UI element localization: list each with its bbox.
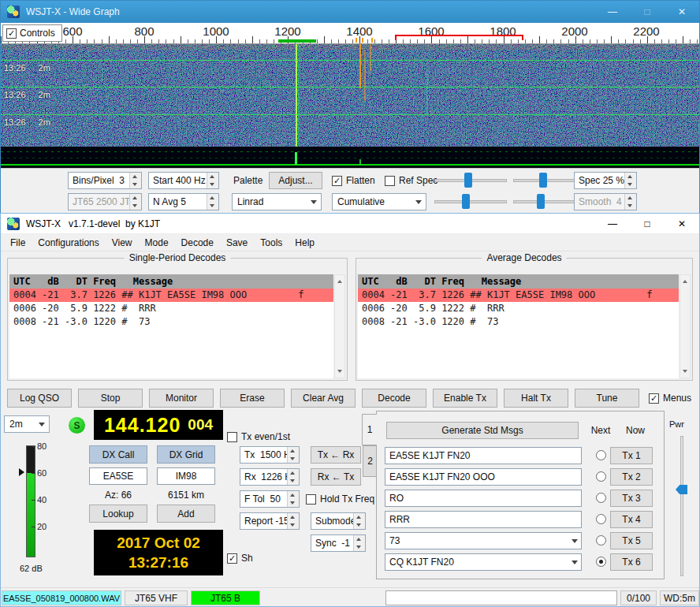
waterfall-display[interactable]: 13:26 2m 13:26 2m 13:26 2m [1, 44, 700, 147]
lookup-button[interactable]: Lookup [89, 505, 147, 523]
gain-slider[interactable] [434, 173, 507, 188]
bins-per-pixel-spinner[interactable]: Bins/Pixel 3 [68, 172, 142, 189]
menu-file[interactable]: File [4, 236, 32, 250]
dx-grid-field[interactable]: IM98 [157, 467, 215, 485]
decode-button[interactable]: Decode [362, 389, 426, 408]
submode-spinner[interactable]: Submode B [311, 512, 366, 530]
message-field-2[interactable]: EA5SE K1JT FN20 OOO [385, 468, 582, 486]
rx-freq-spinner[interactable]: Rx 1226 Hz [240, 468, 300, 486]
spinner-arrows-icon[interactable] [287, 513, 299, 529]
message-field-1[interactable]: EA5SE K1JT FN20 [385, 447, 582, 464]
band-combo[interactable]: 2m [4, 415, 50, 433]
close-icon[interactable]: ✕ [665, 1, 699, 23]
gain2-slider[interactable] [434, 194, 507, 209]
spinner-arrows-icon[interactable] [207, 194, 218, 210]
tx1-button[interactable]: Tx 1 [610, 447, 653, 464]
minimize-icon[interactable]: — [595, 1, 630, 23]
menus-checkbox[interactable]: Menus [649, 392, 691, 404]
dx-call-field[interactable]: EA5SE [89, 467, 147, 485]
dx-grid-button[interactable]: DX Grid [157, 445, 215, 464]
decode-row[interactable]: 0006 -20 5.9 1222 # RRR [9, 302, 333, 315]
scrollbar[interactable] [680, 274, 691, 378]
tx3-button[interactable]: Tx 3 [610, 490, 653, 507]
decode-row[interactable]: 0004 -21 3.7 1226 ## K1JT EA5SE IM98 OOO… [9, 289, 333, 302]
adjust-palette-button[interactable]: Adjust... [269, 172, 322, 189]
controls-checkbox[interactable]: Controls [2, 24, 62, 42]
tx2-button[interactable]: Tx 2 [610, 468, 653, 486]
jt65-jt9-split-spinner[interactable]: JT65 2500 JT9 [68, 193, 142, 210]
halt-tx-button[interactable]: Halt Tx [504, 389, 568, 408]
log-qso-button[interactable]: Log QSO [7, 389, 72, 408]
palette-combo[interactable]: Linrad [232, 193, 322, 210]
report-spinner[interactable]: Report -15 [240, 512, 300, 530]
scrollbar[interactable] [334, 274, 345, 378]
wide-graph-titlebar[interactable]: WSJT-X - Wide Graph — □ ✕ [1, 1, 699, 23]
menu-mode[interactable]: Mode [139, 236, 175, 250]
tx-from-rx-button[interactable]: Tx ← Rx [311, 446, 361, 464]
message-combo-6[interactable]: CQ K1JT FN20 [385, 553, 582, 571]
minimize-icon[interactable]: — [595, 214, 630, 233]
main-titlebar[interactable]: WSJT-X v1.7.1-devel by K1JT — □ ✕ [1, 214, 699, 234]
monitor-button[interactable]: Monitor [149, 389, 214, 408]
close-icon[interactable]: ✕ [665, 214, 699, 233]
tune-button[interactable]: Tune [575, 389, 639, 408]
tx5-button[interactable]: Tx 5 [610, 532, 653, 549]
pwr-slider-handle[interactable] [676, 485, 687, 494]
sh-checkbox[interactable]: Sh [227, 552, 253, 564]
n-avg-spinner[interactable]: N Avg 5 [148, 193, 219, 210]
display-mode-combo[interactable]: Cumulative [332, 193, 426, 210]
generate-std-msgs-button[interactable]: Generate Std Msgs [386, 422, 579, 439]
menu-save[interactable]: Save [220, 236, 254, 250]
tx4-button[interactable]: Tx 4 [610, 511, 653, 528]
sync-spinner[interactable]: Sync -1 [311, 534, 366, 552]
maximize-icon[interactable]: □ [630, 1, 665, 23]
tx4-radio[interactable] [596, 514, 606, 524]
single-decodes-list[interactable]: 0004 -21 3.7 1226 ## K1JT EA5SE IM98 OOO… [9, 289, 333, 378]
dx-call-button[interactable]: DX Call [89, 445, 147, 464]
tx3-radio[interactable] [596, 493, 606, 503]
ref-spec-checkbox[interactable]: Ref Spec [385, 174, 438, 187]
decode-row[interactable]: 0004 -21 3.7 1226 ## K1JT EA5SE IM98 OOO… [358, 289, 679, 302]
enable-tx-button[interactable]: Enable Tx [433, 389, 497, 408]
tx-even-checkbox[interactable]: Tx even/1st [227, 430, 290, 443]
add-button[interactable]: Add [157, 505, 215, 523]
message-field-3[interactable]: RO [385, 490, 582, 507]
pwr-slider-track[interactable] [680, 436, 683, 576]
message-field-4[interactable]: RRR [385, 511, 582, 528]
spinner-arrows-icon[interactable] [207, 173, 218, 188]
tab-1[interactable]: 1 [362, 414, 377, 445]
menu-decode[interactable]: Decode [175, 236, 220, 250]
tx2-radio[interactable] [596, 471, 606, 482]
average-decodes-list[interactable]: 0004 -21 3.7 1226 ## K1JT EA5SE IM98 OOO… [358, 289, 679, 378]
spinner-arrows-icon[interactable] [624, 194, 636, 210]
maximize-icon[interactable]: □ [630, 214, 665, 233]
start-frequency-spinner[interactable]: Start 400 Hz [148, 172, 219, 189]
tx1-radio[interactable] [596, 450, 606, 460]
spinner-arrows-icon[interactable] [287, 491, 299, 507]
spinner-arrows-icon[interactable] [129, 194, 141, 210]
spinner-arrows-icon[interactable] [129, 173, 141, 188]
spinner-arrows-icon[interactable] [287, 447, 299, 463]
spinner-arrows-icon[interactable] [624, 173, 636, 188]
message-combo-5[interactable]: 73 [385, 532, 582, 549]
spec-percent-spinner[interactable]: Spec 25 % [574, 172, 637, 189]
stop-button[interactable]: Stop [78, 389, 143, 408]
smooth-spinner[interactable]: Smooth 4 [574, 193, 637, 210]
decode-row[interactable]: 0008 -21 -3.0 1220 # 73 [358, 315, 679, 329]
decode-row[interactable]: 0008 -21 -3.0 1220 # 73 [9, 315, 333, 329]
tx-freq-spinner[interactable]: Tx 1500 Hz [240, 446, 300, 464]
menu-view[interactable]: View [106, 236, 139, 250]
rx-from-tx-button[interactable]: Rx ← Tx [311, 468, 361, 486]
tx6-radio[interactable] [596, 557, 606, 567]
menu-configurations[interactable]: Configurations [32, 236, 105, 250]
frequency-scale[interactable]: Controls 600 800 1000 1200 1400 1600 180… [1, 23, 700, 44]
tx5-radio[interactable] [596, 535, 606, 546]
tab-2[interactable]: 2 [363, 445, 377, 477]
clear-avg-button[interactable]: Clear Avg [291, 389, 356, 408]
decode-row[interactable]: 0006 -20 5.9 1222 # RRR [358, 302, 679, 315]
menu-help[interactable]: Help [289, 236, 321, 250]
tx6-button[interactable]: Tx 6 [610, 553, 653, 571]
f-tol-spinner[interactable]: F Tol 50 [240, 490, 300, 508]
menu-tools[interactable]: Tools [254, 236, 289, 250]
spinner-arrows-icon[interactable] [287, 469, 299, 485]
